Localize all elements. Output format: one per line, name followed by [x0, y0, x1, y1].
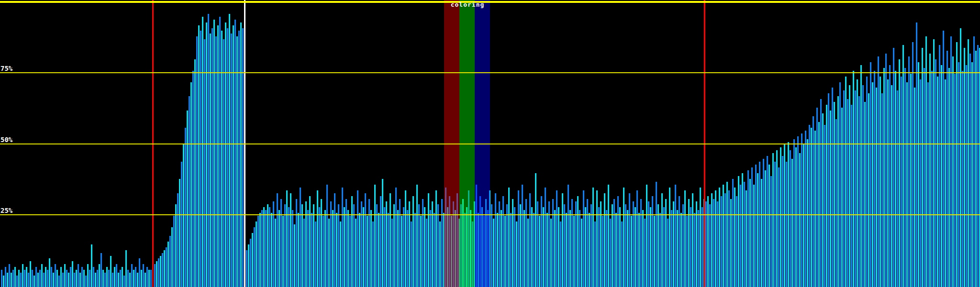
axis-label-50: 50%: [0, 136, 12, 143]
coloring-label: coloring: [444, 1, 491, 8]
histogram-chart: coloring 75%50%25%: [0, 0, 980, 287]
axis-label-75: 75%: [0, 65, 12, 72]
labels-layer: coloring 75%50%25%: [0, 0, 980, 287]
axis-label-25: 25%: [0, 207, 12, 214]
